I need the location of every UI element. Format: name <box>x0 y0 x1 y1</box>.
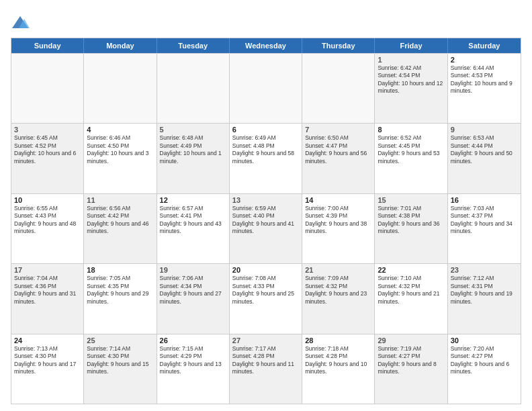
calendar-cell-30: 30Sunrise: 7:20 AM Sunset: 4:27 PM Dayli… <box>448 334 521 404</box>
day-number: 10 <box>14 196 81 204</box>
calendar-cell-29: 29Sunrise: 7:19 AM Sunset: 4:27 PM Dayli… <box>375 334 447 404</box>
cell-details: Sunrise: 7:08 AM Sunset: 4:33 PM Dayligh… <box>232 275 299 306</box>
day-number: 11 <box>87 196 153 204</box>
calendar-cell-26: 26Sunrise: 7:15 AM Sunset: 4:29 PM Dayli… <box>157 334 230 404</box>
day-number: 16 <box>451 196 518 204</box>
logo <box>11 13 32 32</box>
header <box>11 11 521 32</box>
cell-details: Sunrise: 7:14 AM Sunset: 4:30 PM Dayligh… <box>87 345 153 376</box>
day-number: 25 <box>87 336 153 345</box>
cell-details: Sunrise: 7:06 AM Sunset: 4:34 PM Dayligh… <box>160 275 226 306</box>
calendar-cell-16: 16Sunrise: 7:03 AM Sunset: 4:37 PM Dayli… <box>448 194 521 263</box>
calendar-cell-24: 24Sunrise: 7:13 AM Sunset: 4:30 PM Dayli… <box>11 334 84 404</box>
cell-details: Sunrise: 6:44 AM Sunset: 4:53 PM Dayligh… <box>451 64 518 95</box>
day-number: 22 <box>378 266 444 274</box>
day-number: 4 <box>87 126 153 134</box>
calendar-cell-13: 13Sunrise: 6:59 AM Sunset: 4:40 PM Dayli… <box>230 194 302 263</box>
cell-details: Sunrise: 7:05 AM Sunset: 4:35 PM Dayligh… <box>87 275 153 306</box>
day-number: 12 <box>160 196 226 204</box>
cell-details: Sunrise: 6:42 AM Sunset: 4:54 PM Dayligh… <box>378 64 444 95</box>
calendar-cell-27: 27Sunrise: 7:17 AM Sunset: 4:28 PM Dayli… <box>230 334 302 404</box>
calendar-cell-21: 21Sunrise: 7:09 AM Sunset: 4:32 PM Dayli… <box>302 264 375 333</box>
calendar-cell-2: 2Sunrise: 6:44 AM Sunset: 4:53 PM Daylig… <box>448 54 521 123</box>
calendar-cell-empty-0-1 <box>84 54 157 123</box>
calendar-cell-19: 19Sunrise: 7:06 AM Sunset: 4:34 PM Dayli… <box>157 264 230 333</box>
calendar-cell-25: 25Sunrise: 7:14 AM Sunset: 4:30 PM Dayli… <box>84 334 157 404</box>
page: SundayMondayTuesdayWednesdayThursdayFrid… <box>0 0 532 411</box>
calendar-cell-empty-0-4 <box>302 54 375 123</box>
calendar-body: 1Sunrise: 6:42 AM Sunset: 4:54 PM Daylig… <box>11 53 521 404</box>
cell-details: Sunrise: 6:56 AM Sunset: 4:42 PM Dayligh… <box>87 205 153 236</box>
day-number: 15 <box>378 196 444 204</box>
cell-details: Sunrise: 7:17 AM Sunset: 4:28 PM Dayligh… <box>232 345 299 376</box>
cell-details: Sunrise: 7:00 AM Sunset: 4:39 PM Dayligh… <box>305 205 371 236</box>
day-number: 29 <box>378 336 444 345</box>
cell-details: Sunrise: 7:18 AM Sunset: 4:28 PM Dayligh… <box>305 345 371 376</box>
cell-details: Sunrise: 6:50 AM Sunset: 4:47 PM Dayligh… <box>305 134 371 165</box>
cell-details: Sunrise: 7:15 AM Sunset: 4:29 PM Dayligh… <box>160 345 226 376</box>
cell-details: Sunrise: 7:09 AM Sunset: 4:32 PM Dayligh… <box>305 275 371 306</box>
cell-details: Sunrise: 7:20 AM Sunset: 4:27 PM Dayligh… <box>451 345 518 376</box>
cell-details: Sunrise: 6:53 AM Sunset: 4:44 PM Dayligh… <box>451 134 518 165</box>
calendar-cell-20: 20Sunrise: 7:08 AM Sunset: 4:33 PM Dayli… <box>230 264 302 333</box>
cell-details: Sunrise: 6:48 AM Sunset: 4:49 PM Dayligh… <box>160 134 226 165</box>
cell-details: Sunrise: 7:13 AM Sunset: 4:30 PM Dayligh… <box>14 345 81 376</box>
calendar-cell-18: 18Sunrise: 7:05 AM Sunset: 4:35 PM Dayli… <box>84 264 157 333</box>
weekday-header-monday: Monday <box>84 38 157 53</box>
calendar-cell-6: 6Sunrise: 6:49 AM Sunset: 4:48 PM Daylig… <box>230 124 302 193</box>
calendar: SundayMondayTuesdayWednesdayThursdayFrid… <box>11 38 521 404</box>
weekday-header-thursday: Thursday <box>302 38 375 53</box>
day-number: 30 <box>451 336 518 345</box>
weekday-header-wednesday: Wednesday <box>230 38 302 53</box>
day-number: 18 <box>87 266 153 274</box>
day-number: 26 <box>160 336 226 345</box>
calendar-cell-7: 7Sunrise: 6:50 AM Sunset: 4:47 PM Daylig… <box>302 124 375 193</box>
cell-details: Sunrise: 7:19 AM Sunset: 4:27 PM Dayligh… <box>378 345 444 376</box>
day-number: 13 <box>232 196 299 204</box>
cell-details: Sunrise: 7:03 AM Sunset: 4:37 PM Dayligh… <box>451 205 518 236</box>
day-number: 8 <box>378 126 444 134</box>
day-number: 14 <box>305 196 371 204</box>
cell-details: Sunrise: 6:57 AM Sunset: 4:41 PM Dayligh… <box>160 205 226 236</box>
day-number: 28 <box>305 336 371 345</box>
day-number: 17 <box>14 266 81 274</box>
calendar-cell-14: 14Sunrise: 7:00 AM Sunset: 4:39 PM Dayli… <box>302 194 375 263</box>
cell-details: Sunrise: 6:59 AM Sunset: 4:40 PM Dayligh… <box>232 205 299 236</box>
calendar-cell-8: 8Sunrise: 6:52 AM Sunset: 4:45 PM Daylig… <box>375 124 447 193</box>
day-number: 2 <box>451 56 518 64</box>
calendar-cell-4: 4Sunrise: 6:46 AM Sunset: 4:50 PM Daylig… <box>84 124 157 193</box>
day-number: 1 <box>378 56 444 64</box>
calendar-cell-empty-0-0 <box>11 54 84 123</box>
calendar-cell-11: 11Sunrise: 6:56 AM Sunset: 4:42 PM Dayli… <box>84 194 157 263</box>
day-number: 20 <box>232 266 299 274</box>
day-number: 7 <box>305 126 371 134</box>
calendar-cell-1: 1Sunrise: 6:42 AM Sunset: 4:54 PM Daylig… <box>375 54 447 123</box>
cell-details: Sunrise: 6:55 AM Sunset: 4:43 PM Dayligh… <box>14 205 81 236</box>
calendar-cell-23: 23Sunrise: 7:12 AM Sunset: 4:31 PM Dayli… <box>448 264 521 333</box>
calendar-cell-3: 3Sunrise: 6:45 AM Sunset: 4:52 PM Daylig… <box>11 124 84 193</box>
day-number: 27 <box>232 336 299 345</box>
calendar-cell-empty-0-3 <box>230 54 302 123</box>
calendar-cell-12: 12Sunrise: 6:57 AM Sunset: 4:41 PM Dayli… <box>157 194 230 263</box>
cell-details: Sunrise: 7:01 AM Sunset: 4:38 PM Dayligh… <box>378 205 444 236</box>
cell-details: Sunrise: 7:10 AM Sunset: 4:32 PM Dayligh… <box>378 275 444 306</box>
day-number: 23 <box>451 266 518 274</box>
calendar-cell-28: 28Sunrise: 7:18 AM Sunset: 4:28 PM Dayli… <box>302 334 375 404</box>
day-number: 24 <box>14 336 81 345</box>
calendar-row-1: 3Sunrise: 6:45 AM Sunset: 4:52 PM Daylig… <box>11 123 521 193</box>
logo-icon <box>11 13 30 32</box>
calendar-row-3: 17Sunrise: 7:04 AM Sunset: 4:36 PM Dayli… <box>11 263 521 333</box>
calendar-cell-9: 9Sunrise: 6:53 AM Sunset: 4:44 PM Daylig… <box>448 124 521 193</box>
day-number: 21 <box>305 266 371 274</box>
weekday-header-tuesday: Tuesday <box>157 38 230 53</box>
calendar-cell-empty-0-2 <box>157 54 230 123</box>
cell-details: Sunrise: 6:49 AM Sunset: 4:48 PM Dayligh… <box>232 134 299 165</box>
weekday-header-friday: Friday <box>375 38 447 53</box>
cell-details: Sunrise: 6:45 AM Sunset: 4:52 PM Dayligh… <box>14 134 81 165</box>
day-number: 19 <box>160 266 226 274</box>
day-number: 3 <box>14 126 81 134</box>
cell-details: Sunrise: 7:12 AM Sunset: 4:31 PM Dayligh… <box>451 275 518 306</box>
cell-details: Sunrise: 7:04 AM Sunset: 4:36 PM Dayligh… <box>14 275 81 306</box>
calendar-cell-5: 5Sunrise: 6:48 AM Sunset: 4:49 PM Daylig… <box>157 124 230 193</box>
calendar-cell-10: 10Sunrise: 6:55 AM Sunset: 4:43 PM Dayli… <box>11 194 84 263</box>
